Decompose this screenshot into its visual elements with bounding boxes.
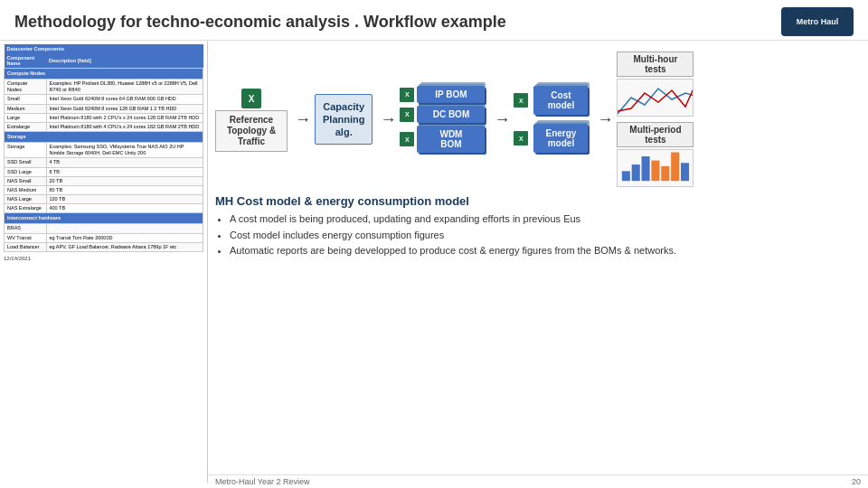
svg-rect-4 — [662, 166, 670, 181]
multi-hour-chart — [617, 79, 693, 117]
arrow-4: → — [597, 110, 613, 129]
table-row: NAS Small — [5, 176, 47, 185]
datacenter-table-panel: Datacenter Components Component Name Des… — [0, 41, 208, 483]
table-row: SSD Small — [5, 158, 47, 167]
page-title: Methodology for techno-economic analysis… — [14, 13, 506, 32]
table-row: eg APV, GF Load Balancer, Radware Attava… — [46, 242, 203, 251]
arrow-3: → — [494, 110, 510, 129]
col-description: Description [field] — [46, 53, 203, 69]
logo: Metro Haul — [781, 7, 854, 36]
right-panel: X ReferenceTopology &Traffic → CapacityP… — [208, 41, 868, 483]
ip-bom-row: X IP BOM — [400, 86, 485, 103]
svg-rect-1 — [632, 164, 640, 181]
table-row: 20 TB — [46, 176, 203, 185]
table-row: Load Balancer — [5, 242, 47, 251]
multi-period-test-block: Multi-periodtests — [617, 122, 693, 187]
storage-section-label: Storage — [5, 131, 203, 142]
multi-hour-test-block: Multi-hourtests — [617, 52, 693, 117]
table-row: Intel Platinum 8180 with 4 CPU's x 24 co… — [46, 122, 203, 131]
excel-icon-energy: X — [514, 131, 528, 145]
header: Methodology for techno-economic analysis… — [0, 0, 868, 41]
excel-icon-wdm-bom: X — [400, 132, 414, 146]
excel-icon-dc-bom: X — [400, 108, 414, 122]
footer-right: 20 — [852, 477, 861, 486]
svg-rect-6 — [681, 163, 689, 181]
table-row: NAS Extralarge — [5, 204, 47, 213]
table-row: 80 TB — [46, 185, 203, 194]
footer-left: Metro-Haul Year 2 Review — [215, 477, 310, 486]
table-row: Intel Xeon Gold 6240M 8 cores 128 GB RAM… — [46, 104, 203, 113]
footer: Metro-Haul Year 2 Review 20 — [208, 474, 868, 488]
table-row: eg Transit Tom Rate 20000D — [46, 233, 203, 242]
cost-model-box: Costmodel — [533, 86, 588, 115]
dc-bom-box: DC BOM — [417, 106, 485, 123]
table-row: Large — [5, 113, 47, 122]
energy-model-row: X Energymodel — [514, 124, 588, 153]
datacenter-table: Datacenter Components Component Name Des… — [4, 44, 203, 252]
svg-rect-2 — [642, 156, 650, 181]
table-row: Compute Nodes — [5, 80, 47, 95]
multi-period-chart — [617, 149, 693, 187]
arrow-1: → — [295, 110, 311, 129]
table-row: WV Transit — [5, 233, 47, 242]
models-area: X Costmodel X Energymodel — [514, 86, 588, 153]
excel-icon-ref: X — [241, 89, 261, 108]
table-section-header: Datacenter Components — [5, 44, 203, 53]
table-row: Intel Xeon Gold 6240M 8 cores 64 GB RAM … — [46, 95, 203, 104]
table-row: Extralarge — [5, 122, 47, 131]
svg-rect-3 — [652, 161, 660, 182]
table-row: 4 TB — [46, 158, 203, 167]
mh-bullet-3: Automatic reports are being developped t… — [230, 243, 861, 259]
main-content: Datacenter Components Component Name Des… — [0, 41, 868, 483]
col-component: Component Name — [5, 53, 47, 69]
reference-topology-box: X ReferenceTopology &Traffic — [215, 87, 288, 152]
arrow-2: → — [380, 110, 396, 129]
multi-hour-label: Multi-hourtests — [617, 52, 693, 77]
table-row: 400 TB — [46, 204, 203, 213]
capacity-planning-box: CapacityPlanningalg. — [315, 94, 373, 145]
table-row: BRAS — [5, 224, 47, 233]
mh-bullets: A cost model is being produced, updating… — [215, 211, 861, 259]
mh-cost-section: MH Cost model & energy consumption model… — [215, 194, 861, 480]
table-row: Storage — [5, 143, 47, 158]
table-row: Examples: HP Proliant DL380, Huawei 1288… — [46, 80, 203, 95]
table-row: Medium — [5, 104, 47, 113]
mh-title: MH Cost model & energy consumption model — [215, 194, 861, 208]
network-section-label: Interconnect hardware — [5, 213, 203, 224]
mh-bullet-2: Cost model includes energy consumption f… — [230, 228, 861, 244]
energy-model-box: Energymodel — [533, 124, 588, 153]
svg-rect-5 — [672, 153, 680, 182]
svg-rect-0 — [622, 171, 630, 181]
tests-area: Multi-hourtests Multi-periodtests — [617, 52, 693, 187]
table-row: Small — [5, 95, 47, 104]
table-date: 12/14/2021 — [4, 256, 203, 261]
wdm-bom-row: X WDM BOM — [400, 126, 485, 153]
bottom-section: MH Cost model & energy consumption model… — [215, 194, 861, 480]
table-row: SSD Large — [5, 167, 47, 176]
dc-bom-row: X DC BOM — [400, 106, 485, 123]
ip-bom-box: IP BOM — [417, 86, 485, 103]
table-row — [46, 224, 203, 233]
reference-topology-label: ReferenceTopology &Traffic — [215, 110, 288, 152]
table-row: Examples: Samsung SSO, VMsystems True NA… — [46, 143, 203, 158]
capacity-planning-label: CapacityPlanningalg. — [323, 100, 364, 139]
table-row: Intel Platinum 8180 with 2 CPU's x 24 co… — [46, 113, 203, 122]
cost-model-row: X Costmodel — [514, 86, 588, 115]
excel-icon-ip-bom: X — [400, 88, 414, 102]
workflow-diagram: X ReferenceTopology &Traffic → CapacityP… — [215, 44, 861, 191]
wdm-bom-box: WDM BOM — [417, 126, 485, 153]
compute-section-label: Compute Nodes — [5, 69, 203, 80]
bom-stack: X IP BOM X DC BOM — [400, 86, 485, 153]
table-row: NAS Large — [5, 194, 47, 203]
excel-icon-cost: X — [514, 93, 528, 108]
table-row: 120 TB — [46, 194, 203, 203]
mh-bullet-1: A cost model is being produced, updating… — [230, 211, 861, 228]
table-row: 8 TB — [46, 167, 203, 176]
table-row: NAS Medium — [5, 185, 47, 194]
multi-period-label: Multi-periodtests — [617, 122, 693, 147]
